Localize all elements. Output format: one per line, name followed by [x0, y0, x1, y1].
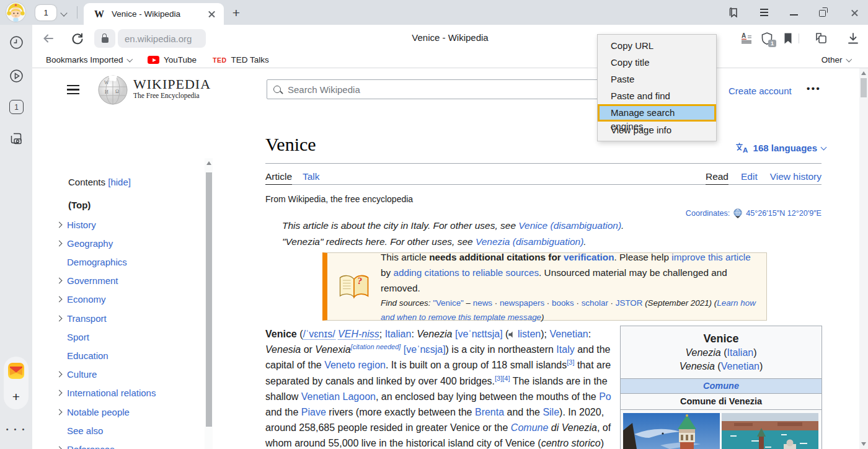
tab-talk[interactable]: Talk	[303, 171, 320, 182]
link[interactable]: listen	[518, 329, 541, 339]
menu-item-paste-and-find[interactable]: Paste and find	[598, 87, 716, 104]
link[interactable]: Comune	[511, 422, 548, 433]
scrollbar-thumb[interactable]	[206, 172, 212, 427]
history-clock-icon[interactable]	[9, 35, 24, 50]
link[interactable]: newspapers	[500, 298, 544, 308]
link[interactable]: Piave	[301, 407, 326, 417]
chevron-right-icon[interactable]	[56, 240, 63, 246]
link[interactable]: [veˈnɛsja]	[404, 344, 446, 355]
tab-close-icon[interactable]	[208, 11, 215, 17]
site-security-button[interactable]	[94, 29, 115, 48]
link[interactable]: scholar	[582, 298, 608, 308]
create-account-link[interactable]: Create account	[728, 86, 792, 96]
toc-item-geography[interactable]: Geography	[57, 237, 113, 249]
link[interactable]: adding citations to reliable sources	[393, 267, 539, 278]
link[interactable]: Italian	[727, 347, 753, 358]
bookmark-panel-icon[interactable]	[727, 6, 740, 19]
coordinates-value[interactable]: 45°26′15″N 12°20′9″E	[746, 209, 822, 218]
toc-hide-link[interactable]: [hide]	[108, 177, 131, 187]
link[interactable]: Brenta	[475, 407, 504, 417]
screenshot-camera-icon[interactable]	[9, 131, 24, 146]
new-tab-button[interactable]: +	[228, 5, 244, 21]
chevron-right-icon[interactable]	[56, 296, 63, 303]
link[interactable]: /ˈvɛnɪs/	[303, 329, 335, 340]
bookmark-icon[interactable]	[781, 31, 795, 46]
link[interactable]: [citation needed]	[351, 343, 401, 350]
menu-item-manage-search-engines[interactable]: Manage search engines...	[598, 104, 716, 122]
collections-icon[interactable]	[813, 31, 828, 46]
chevron-right-icon[interactable]	[56, 315, 63, 321]
download-icon[interactable]	[846, 31, 861, 46]
link[interactable]: JSTOR	[616, 298, 643, 308]
menu-item-copy-title[interactable]: Copy title	[598, 54, 716, 71]
link[interactable]: [3][4]	[495, 374, 510, 381]
menu-item-paste[interactable]: Paste	[598, 71, 716, 87]
link[interactable]: [veˈnɛttsja]	[455, 329, 503, 339]
coordinates[interactable]: Coordinates: 45°26′15″N 12°20′9″E	[686, 208, 822, 218]
link[interactable]: Po	[599, 391, 611, 402]
link[interactable]: "Venice"	[433, 298, 464, 308]
link[interactable]: verification	[564, 252, 614, 262]
link[interactable]: Venice (disambiguation)	[518, 220, 621, 231]
link[interactable]: improve this article	[671, 252, 751, 262]
menu-item-view-page-info[interactable]: View page info	[598, 122, 716, 138]
chevron-right-icon[interactable]	[56, 221, 63, 228]
tab-article[interactable]: Article	[265, 171, 292, 185]
bookmarks-folder[interactable]: Bookmarks Imported	[46, 55, 131, 64]
photo-aerial-view[interactable]	[722, 413, 818, 449]
address-bar[interactable]: en.wikipedia.org	[118, 29, 206, 48]
toc-item-transport[interactable]: Transport	[57, 312, 107, 324]
chevron-right-icon[interactable]	[56, 390, 63, 396]
toc-scrollbar[interactable]	[205, 158, 213, 449]
toc-item-see-also[interactable]: See also	[57, 424, 103, 437]
wikipedia-globe-logo[interactable]: W Ω И	[97, 73, 129, 108]
toc-item-culture[interactable]: Culture	[57, 368, 97, 381]
link[interactable]: Venetian Lagoon	[301, 391, 376, 402]
chevron-right-icon[interactable]	[56, 371, 63, 378]
toc-item-top[interactable]: (Top)	[68, 200, 91, 210]
scroll-up-icon[interactable]	[861, 71, 866, 75]
coordinates-label[interactable]: Coordinates:	[686, 209, 730, 218]
link[interactable]: books	[552, 298, 574, 308]
toc-item-demographics[interactable]: Demographics	[57, 256, 127, 268]
page-scrollbar[interactable]	[859, 68, 868, 449]
chevron-right-icon[interactable]	[56, 446, 63, 449]
link[interactable]: news	[473, 298, 492, 308]
link[interactable]: [3]	[567, 358, 574, 366]
tabs-counter-icon[interactable]: 1	[9, 100, 24, 114]
toc-item-economy[interactable]: Economy	[57, 293, 106, 306]
chevron-right-icon[interactable]	[56, 409, 63, 415]
minimize-icon[interactable]	[787, 6, 800, 19]
wiki-menu-icon[interactable]	[67, 85, 79, 94]
mail-app-icon[interactable]	[8, 363, 24, 379]
add-app-icon[interactable]: +	[9, 389, 24, 404]
bookmark-ted-talks[interactable]: TED TED Talks	[213, 55, 269, 64]
bookmarks-other-folder[interactable]: Other	[822, 55, 851, 64]
wiki-more-icon[interactable]: •••	[807, 83, 821, 94]
menu-item-copy-url[interactable]: Copy URL	[598, 37, 716, 54]
toc-item-sport[interactable]: Sport	[57, 331, 89, 343]
link[interactable]: Veneto region	[324, 360, 386, 370]
protect-shield-icon[interactable]: 1	[760, 31, 774, 46]
sidebar-more-icon[interactable]: • • •	[0, 425, 32, 433]
toc-item-education[interactable]: Education	[57, 349, 108, 362]
link[interactable]: Venetian	[549, 329, 588, 339]
infobox-type-banner[interactable]: Comune	[621, 379, 822, 394]
chevron-right-icon[interactable]	[56, 278, 63, 284]
scroll-down-icon[interactable]	[861, 442, 866, 446]
active-tab[interactable]: W Venice - Wikipedia	[84, 3, 224, 25]
toc-item-government[interactable]: Government	[57, 275, 118, 287]
tab-counter[interactable]: 1	[35, 5, 56, 20]
tab-view-history[interactable]: View history	[770, 171, 822, 185]
link[interactable]: Italian	[385, 329, 412, 339]
bookmark-youtube[interactable]: YouTube	[148, 55, 197, 64]
toc-item-notable-people[interactable]: Notable people	[57, 406, 130, 418]
media-play-icon[interactable]	[9, 68, 24, 83]
tab-edit[interactable]: Edit	[741, 171, 758, 185]
close-icon[interactable]	[848, 6, 861, 19]
toc-item-history[interactable]: History	[57, 218, 96, 231]
link[interactable]: Sile	[542, 407, 559, 417]
browser-menu-icon[interactable]	[757, 6, 771, 19]
restore-icon[interactable]	[817, 6, 830, 19]
chevron-down-icon[interactable]	[60, 9, 67, 16]
